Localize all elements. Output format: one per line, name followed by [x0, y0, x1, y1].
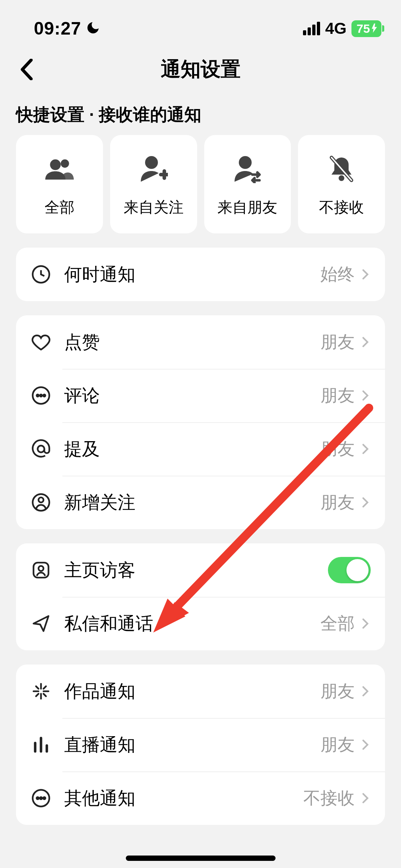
svg-point-8	[40, 394, 42, 397]
row-comments[interactable]: 评论 朋友	[16, 369, 385, 422]
svg-point-0	[50, 159, 61, 170]
svg-point-14	[38, 566, 43, 571]
chevron-right-icon	[360, 793, 371, 804]
page-title: 通知设置	[161, 56, 241, 83]
status-left: 09:27	[34, 18, 101, 39]
person-circle-icon	[30, 492, 52, 513]
quick-card-friends[interactable]: 来自朋友	[204, 135, 291, 233]
id-card-icon	[30, 559, 52, 581]
svg-point-3	[239, 156, 252, 169]
moon-icon	[86, 20, 101, 37]
row-value: 朋友	[320, 733, 355, 756]
row-when-notify[interactable]: 何时通知 始终	[16, 248, 385, 301]
bolt-icon	[371, 22, 378, 36]
row-label: 直播通知	[64, 733, 320, 757]
more-circle-icon	[30, 787, 52, 809]
svg-point-17	[40, 797, 42, 799]
row-value: 朋友	[320, 680, 355, 703]
back-button[interactable]	[14, 57, 39, 82]
svg-point-16	[37, 797, 39, 799]
status-right: 4G 75	[303, 19, 381, 38]
network-label: 4G	[325, 19, 346, 38]
svg-point-12	[38, 497, 43, 502]
bell-off-icon	[327, 155, 356, 183]
row-label: 提及	[64, 437, 320, 461]
list-group-schedule: 何时通知 始终	[16, 248, 385, 301]
chevron-right-icon	[360, 444, 371, 454]
quick-label: 全部	[45, 197, 74, 217]
list-group-interactions: 点赞 朋友 评论 朋友 提及 朋友 新增关注 朋友	[16, 315, 385, 529]
row-value: 不接收	[303, 787, 355, 810]
bars-icon	[30, 734, 52, 755]
status-time: 09:27	[34, 18, 81, 39]
row-other-notify[interactable]: 其他通知 不接收	[16, 771, 385, 825]
chevron-right-icon	[360, 497, 371, 508]
row-value: 朋友	[320, 384, 355, 407]
chevron-right-icon	[360, 337, 371, 347]
quick-label: 来自关注	[124, 197, 184, 217]
quick-label: 来自朋友	[217, 197, 277, 217]
row-works-notify[interactable]: 作品通知 朋友	[16, 665, 385, 718]
list-group-content: 作品通知 朋友 直播通知 朋友 其他通知 不接收	[16, 665, 385, 825]
comment-icon	[30, 385, 52, 406]
row-value: 始终	[320, 263, 355, 286]
person-plus-icon	[139, 155, 168, 183]
battery-percent: 75	[356, 22, 370, 36]
row-profile-visitors[interactable]: 主页访客	[16, 543, 385, 597]
toggle-switch[interactable]	[328, 557, 371, 583]
send-icon	[30, 613, 52, 634]
at-icon	[30, 438, 52, 460]
row-value: 全部	[320, 612, 355, 635]
quick-section-header: 快捷设置 · 接收谁的通知	[0, 93, 401, 135]
row-label: 何时通知	[64, 263, 320, 286]
quick-settings-grid: 全部 来自关注 来自朋友	[0, 135, 401, 233]
signal-icon	[303, 22, 320, 35]
row-value: 朋友	[320, 491, 355, 514]
battery-indicator: 75	[351, 20, 381, 37]
row-value: 朋友	[320, 331, 355, 353]
chevron-left-icon	[20, 59, 34, 80]
row-mentions[interactable]: 提及 朋友	[16, 422, 385, 476]
chevron-right-icon	[360, 739, 371, 750]
quick-card-all[interactable]: 全部	[16, 135, 103, 233]
chevron-right-icon	[360, 686, 371, 697]
quick-card-none[interactable]: 不接收	[298, 135, 385, 233]
quick-label: 不接收	[319, 197, 364, 217]
svg-point-4	[339, 175, 344, 181]
row-new-followers[interactable]: 新增关注 朋友	[16, 476, 385, 529]
row-label: 作品通知	[64, 680, 320, 703]
svg-point-7	[37, 394, 39, 397]
row-dm-calls[interactable]: 私信和通话 全部	[16, 597, 385, 650]
row-live-notify[interactable]: 直播通知 朋友	[16, 718, 385, 771]
svg-point-1	[61, 159, 69, 167]
chevron-right-icon	[360, 269, 371, 280]
home-indicator	[126, 856, 276, 861]
clock-icon	[30, 264, 52, 285]
svg-point-10	[38, 446, 45, 453]
chevron-right-icon	[360, 390, 371, 401]
row-label: 主页访客	[64, 558, 328, 582]
sparkle-icon	[30, 681, 52, 702]
chevron-right-icon	[360, 618, 371, 629]
status-bar: 09:27 4G 75	[0, 0, 401, 46]
row-label: 评论	[64, 384, 320, 408]
heart-icon	[30, 331, 52, 353]
people-icon	[45, 155, 74, 183]
row-label: 新增关注	[64, 491, 320, 515]
row-label: 私信和通话	[64, 612, 320, 636]
list-group-visitors-dm: 主页访客 私信和通话 全部	[16, 543, 385, 650]
quick-card-following[interactable]: 来自关注	[110, 135, 197, 233]
person-swap-icon	[233, 155, 262, 183]
row-value: 朋友	[320, 438, 355, 460]
row-label: 其他通知	[64, 786, 303, 810]
svg-point-9	[43, 394, 46, 397]
svg-point-2	[145, 156, 158, 169]
row-label: 点赞	[64, 330, 320, 354]
svg-point-18	[43, 797, 45, 799]
nav-bar: 通知设置	[0, 46, 401, 93]
row-likes[interactable]: 点赞 朋友	[16, 315, 385, 369]
